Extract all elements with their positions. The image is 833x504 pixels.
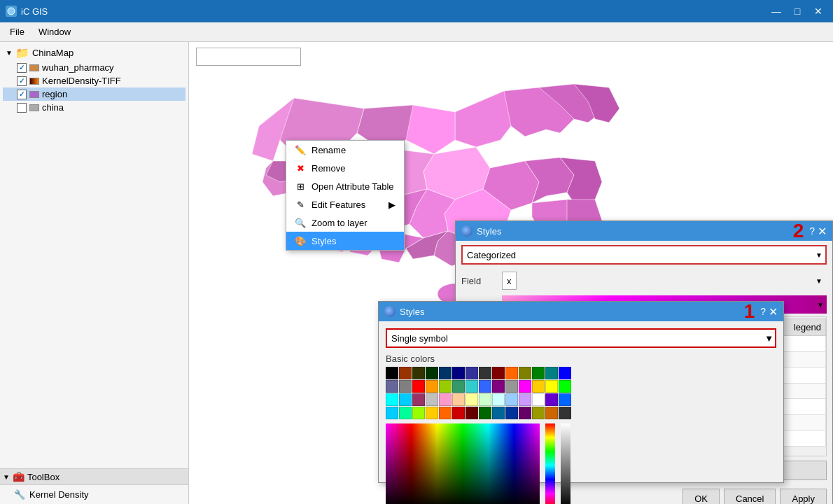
titlebar-controls: — □ ✕	[767, 4, 827, 19]
styles-dialog-1-close[interactable]: ✕	[769, 302, 778, 321]
color-swatch[interactable]	[399, 380, 412, 393]
tool-kernel-density[interactable]: 🔧 Kernel Density	[3, 488, 186, 501]
color-picker-area	[386, 424, 776, 504]
color-swatch[interactable]	[492, 367, 505, 379]
styles-dialog-1-type-dropdown[interactable]: Single symbol	[386, 328, 776, 348]
color-swatch[interactable]	[559, 380, 571, 393]
color-swatch[interactable]	[559, 407, 571, 419]
color-swatch[interactable]	[452, 380, 465, 393]
brightness-slider[interactable]	[561, 424, 570, 504]
styles-dialog-2-help[interactable]: ?	[809, 225, 815, 237]
color-swatch[interactable]	[426, 393, 438, 406]
color-swatch[interactable]	[465, 407, 478, 419]
toolbox-section: 🔧 Kernel Density	[0, 485, 188, 504]
color-swatch[interactable]	[532, 380, 545, 393]
color-swatch[interactable]	[479, 393, 491, 406]
color-swatch[interactable]	[505, 407, 518, 419]
color-swatch[interactable]	[532, 367, 545, 379]
color-swatch[interactable]	[479, 380, 491, 393]
color-swatch[interactable]	[519, 393, 531, 406]
color-swatch[interactable]	[479, 407, 491, 419]
layer-checkbox-kernel[interactable]	[17, 76, 27, 86]
color-swatch[interactable]	[545, 407, 558, 419]
color-swatch[interactable]	[465, 367, 478, 379]
color-swatch[interactable]	[412, 380, 425, 393]
color-swatch[interactable]	[399, 407, 412, 419]
tree-group-chinamap: ▼ 📁 ChinaMap wuhan_pharmacy KernelDensit…	[3, 45, 186, 114]
color-swatch[interactable]	[386, 367, 398, 379]
layer-checkbox-region[interactable]	[17, 90, 27, 99]
color-swatch[interactable]	[452, 407, 465, 419]
layer-item-china[interactable]: china	[3, 101, 186, 114]
styles-dialog-1-title: Styles	[400, 307, 424, 317]
color-swatch[interactable]	[532, 407, 545, 419]
color-swatch[interactable]	[439, 407, 451, 419]
ctx-open-attr[interactable]: ⊞ Open Attribute Table	[286, 177, 404, 195]
maximize-button[interactable]: □	[788, 4, 806, 19]
menu-file[interactable]: File	[3, 24, 31, 40]
toolbox-label: ToolBox	[27, 472, 59, 482]
field-dropdown[interactable]: x	[502, 272, 517, 290]
styles-dialog-2-close[interactable]: ✕	[818, 225, 827, 238]
layer-item-kernel[interactable]: KernelDensity-TIFF	[3, 74, 186, 88]
color-swatch[interactable]	[439, 380, 451, 393]
color-swatch[interactable]	[559, 367, 571, 379]
hue-slider[interactable]	[545, 424, 555, 504]
ctx-styles[interactable]: 🎨 Styles	[286, 232, 404, 250]
field-row: Field x	[456, 269, 832, 293]
layer-item-region[interactable]: region	[3, 88, 186, 101]
color-swatch[interactable]	[545, 393, 558, 406]
color-swatch[interactable]	[452, 367, 465, 379]
styles-dialog-1-help[interactable]: ?	[760, 302, 766, 321]
minimize-button[interactable]: —	[767, 4, 785, 19]
color-swatch[interactable]	[412, 393, 425, 406]
menu-window[interactable]: Window	[31, 24, 78, 40]
color-swatch[interactable]	[519, 380, 531, 393]
tree-group-header-chinamap[interactable]: ▼ 📁 ChinaMap	[3, 45, 186, 61]
color-swatch[interactable]	[386, 380, 398, 393]
toolbox-divider[interactable]: ▼ 🧰 ToolBox	[0, 468, 188, 485]
styles-dialog-2-type-dropdown[interactable]: Categorized	[461, 245, 827, 265]
color-swatch[interactable]	[412, 367, 425, 379]
close-button[interactable]: ✕	[809, 4, 827, 19]
layer-checkbox-china[interactable]	[17, 103, 27, 113]
color-swatch[interactable]	[505, 380, 518, 393]
color-swatch[interactable]	[559, 393, 571, 406]
color-swatch[interactable]	[465, 393, 478, 406]
ctx-edit-label: Edit Features	[312, 200, 365, 210]
color-swatch[interactable]	[439, 393, 451, 406]
color-swatch[interactable]	[426, 367, 438, 379]
color-swatch[interactable]	[545, 380, 558, 393]
color-gradient[interactable]	[386, 424, 540, 504]
ctx-zoom-layer[interactable]: 🔍 Zoom to layer	[286, 214, 404, 232]
color-swatch[interactable]	[399, 393, 412, 406]
color-swatch[interactable]	[492, 393, 505, 406]
color-swatch[interactable]	[505, 393, 518, 406]
color-swatch[interactable]	[399, 367, 412, 379]
color-swatch[interactable]	[519, 367, 531, 379]
color-swatch[interactable]	[426, 407, 438, 419]
apply-button[interactable]: Apply	[780, 489, 827, 504]
color-swatch[interactable]	[439, 367, 451, 379]
color-swatch[interactable]	[479, 367, 491, 379]
color-bar-arrow: ▼	[817, 301, 824, 309]
color-swatch[interactable]	[492, 380, 505, 393]
color-swatch[interactable]	[412, 407, 425, 419]
ctx-remove[interactable]: ✖ Remove	[286, 159, 404, 177]
layer-color-china	[29, 104, 39, 111]
color-swatch[interactable]	[452, 393, 465, 406]
ctx-rename[interactable]: ✏️ Rename	[286, 141, 404, 159]
map-search-input[interactable]: 湖	[196, 48, 301, 66]
layer-item-wuhan[interactable]: wuhan_pharmacy	[3, 61, 186, 74]
color-swatch[interactable]	[532, 393, 545, 406]
layer-checkbox-wuhan[interactable]	[17, 63, 27, 73]
color-swatch[interactable]	[492, 407, 505, 419]
ctx-edit-features[interactable]: ✎ Edit Features ▶	[286, 195, 404, 214]
color-swatch[interactable]	[386, 407, 398, 419]
color-swatch[interactable]	[465, 380, 478, 393]
color-swatch[interactable]	[386, 393, 398, 406]
color-swatch[interactable]	[545, 367, 558, 379]
color-swatch[interactable]	[505, 367, 518, 379]
color-swatch[interactable]	[426, 380, 438, 393]
color-swatch[interactable]	[519, 407, 531, 419]
